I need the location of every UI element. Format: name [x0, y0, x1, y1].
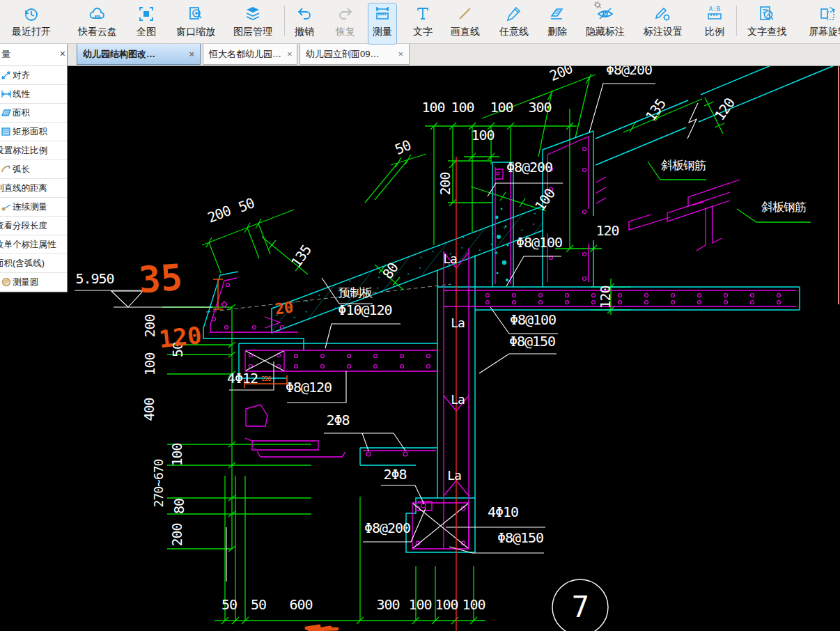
panel-item-continuous-measure[interactable]: 连续测量	[0, 198, 67, 217]
align-dimension-icon	[0, 70, 13, 81]
svg-text:Φ10@120: Φ10@120	[338, 302, 391, 318]
find-text-button[interactable]: A文字查找	[742, 3, 791, 45]
measure-panel-header[interactable]: 量 ×	[0, 43, 67, 66]
linear-dimension-icon	[0, 88, 13, 100]
rotate-screen-button[interactable]: 屏幕旋转	[804, 3, 840, 45]
undo-button[interactable]: 撤销	[290, 3, 319, 45]
cloud-drive-button[interactable]: 快看云盘	[73, 3, 122, 45]
svg-text:4Φ12: 4Φ12	[227, 370, 258, 387]
panel-item-area[interactable]: 面积	[0, 104, 67, 123]
svg-text:斜板钢筋: 斜板钢筋	[761, 200, 807, 214]
main-toolbar: 最近打开 快看云盘 全图 窗口缩放 图层管理 撤销 恢复 测量 文字 画直线 任…	[0, 0, 840, 44]
svg-text:100: 100	[169, 443, 185, 466]
svg-text:50: 50	[221, 596, 237, 613]
panel-item-arc-length[interactable]: 弧长	[0, 160, 67, 179]
measure-circle-icon	[0, 276, 13, 288]
tab-document-3[interactable]: 幼儿园立剖面09…×	[300, 43, 410, 65]
area-icon	[0, 107, 13, 118]
svg-text:La: La	[451, 392, 465, 407]
eraser-icon	[547, 5, 567, 24]
close-icon[interactable]: ×	[60, 48, 65, 59]
layer-manager-button[interactable]: 图层管理	[228, 3, 277, 45]
panel-item-segment-length[interactable]: 查看分段长度	[0, 217, 67, 235]
panel-item-point-to-line[interactable]: 到直线的距离	[0, 179, 67, 198]
text-icon	[413, 5, 433, 24]
svg-text:20: 20	[274, 298, 295, 318]
svg-text:100: 100	[435, 596, 458, 613]
svg-text:100: 100	[141, 352, 158, 375]
svg-text:400: 400	[141, 398, 157, 421]
draw-line-button[interactable]: 画直线	[446, 3, 485, 45]
full-view-button[interactable]: 全图	[132, 3, 161, 45]
panel-item-measure-circle[interactable]: 测量圆	[0, 273, 67, 292]
svg-text:270~670: 270~670	[151, 459, 166, 507]
window-zoom-icon	[176, 5, 215, 24]
svg-text:200: 200	[141, 314, 158, 337]
svg-text:100: 100	[408, 596, 431, 613]
delete-button[interactable]: 删除	[543, 3, 572, 45]
svg-text:5.950: 5.950	[75, 270, 114, 287]
panel-item-set-dim-scale[interactable]: 设置标注比例	[0, 141, 67, 160]
measure-tools-panel: 量 × 对齐 线性 面积 矩形面积 设置标注比例 弧长 到直线的距离 连续测量 …	[0, 43, 68, 293]
svg-text:100: 100	[490, 99, 513, 116]
svg-text:Φ8@100: Φ8@100	[516, 234, 562, 251]
hide-dimensions-button[interactable]: 隐藏标注	[581, 3, 630, 45]
svg-text:100: 100	[462, 596, 485, 613]
svg-text:80: 80	[171, 499, 187, 514]
free-line-button[interactable]: 任意线	[495, 3, 534, 45]
measure-ruler-icon	[373, 5, 392, 24]
panel-title: 量	[1, 48, 10, 61]
dimension-settings-button[interactable]: 标注设置	[639, 3, 687, 45]
tab-document-2[interactable]: 恒大名都幼儿园…×	[203, 43, 297, 65]
panel-item-area-with-arc[interactable]: 面积(含弧线)	[0, 254, 67, 273]
scale-button[interactable]: A:B比例	[700, 3, 729, 45]
redo-button[interactable]: 恢复	[331, 3, 360, 45]
redo-icon	[336, 5, 355, 24]
svg-text:2Φ8: 2Φ8	[383, 466, 406, 483]
recent-open-button[interactable]: 最近打开	[7, 3, 56, 45]
svg-text:100: 100	[451, 99, 474, 116]
svg-text:35: 35	[137, 256, 184, 301]
svg-text:50: 50	[251, 596, 266, 613]
hidden-eye-icon	[586, 5, 625, 24]
panel-item-align[interactable]: 对齐	[0, 66, 67, 85]
text-button[interactable]: 文字	[408, 3, 437, 45]
close-tab-icon[interactable]: ×	[189, 49, 194, 59]
panel-item-linear[interactable]: 线性	[0, 85, 67, 104]
line-icon	[451, 5, 480, 24]
window-zoom-button[interactable]: 窗口缩放	[171, 3, 220, 45]
svg-text:La: La	[451, 316, 465, 330]
toolbar-separator	[736, 6, 737, 36]
svg-text:100: 100	[471, 127, 494, 143]
arc-length-icon	[0, 164, 13, 175]
drawing-area[interactable]	[0, 65, 840, 631]
tab-document-1[interactable]: 幼儿园结构图改…×	[77, 43, 201, 65]
svg-text:300: 300	[376, 596, 399, 613]
svg-text:200: 200	[437, 172, 453, 195]
document-tab-bar: 幼儿园结构图改…× 恒大名都幼儿园…× 幼儿园立剖面09…× ×	[0, 43, 840, 66]
close-tab-icon[interactable]: ×	[287, 49, 293, 59]
svg-text:300: 300	[528, 99, 551, 116]
rect-area-icon	[0, 126, 13, 137]
close-tab-icon[interactable]: ×	[398, 49, 403, 59]
svg-text:预制板: 预制板	[339, 286, 373, 299]
clock-history-icon	[12, 5, 51, 24]
svg-text:120: 120	[596, 222, 619, 239]
svg-text:100: 100	[421, 99, 444, 116]
toolbar-separator	[284, 6, 285, 36]
panel-item-rect-area[interactable]: 矩形面积	[0, 123, 67, 141]
undo-icon	[295, 5, 314, 24]
svg-text:200: 200	[169, 523, 185, 546]
measure-button[interactable]: 测量	[368, 3, 397, 45]
pen-icon	[499, 5, 529, 24]
svg-text:120: 120	[157, 321, 203, 353]
find-text-icon: A	[747, 5, 786, 24]
panel-item-edit-dim-property[interactable]: 改单个标注属性	[0, 235, 67, 254]
continuous-measure-icon	[0, 201, 13, 212]
svg-text:Φ8@150: Φ8@150	[497, 529, 543, 546]
cad-canvas[interactable]: 200Φ8@20010010010030010050200Φ8@20013512…	[0, 0, 840, 631]
svg-text:Φ8@200: Φ8@200	[364, 520, 410, 536]
svg-text:Φ8@120: Φ8@120	[286, 379, 332, 396]
mini-gear-icon	[593, 0, 602, 13]
svg-text:4Φ10: 4Φ10	[488, 504, 518, 520]
